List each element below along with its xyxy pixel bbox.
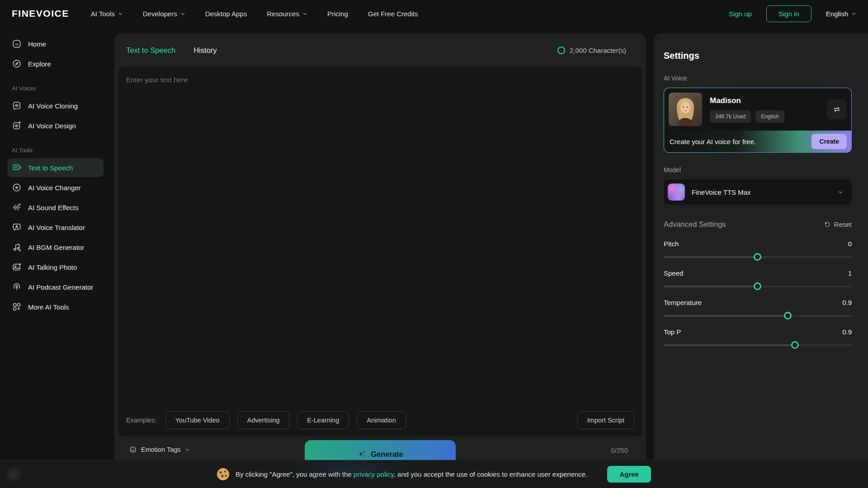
emotion-tags-button[interactable]: Emotion Tags bbox=[129, 446, 190, 454]
voice-design-icon bbox=[12, 121, 22, 131]
voice-card-top[interactable]: Madison 346.7k Used English bbox=[664, 88, 851, 131]
sidebar-item-text-to-speech[interactable]: Text to Speech bbox=[7, 158, 104, 177]
voice-avatar bbox=[669, 93, 702, 126]
sidebar-item-label: AI Sound Effects bbox=[28, 204, 78, 211]
sidebar-item-ai-talking-photo[interactable]: AI Talking Photo bbox=[7, 258, 104, 277]
example-chip-advertising[interactable]: Advertising bbox=[237, 411, 290, 429]
pitch-value: 0 bbox=[848, 240, 852, 248]
sidebar-item-label: Home bbox=[28, 40, 46, 48]
sidebar-item-label: AI BGM Generator bbox=[28, 244, 84, 251]
pitch-slider-track[interactable] bbox=[664, 256, 852, 258]
brand-logo[interactable]: FINEVOICE bbox=[12, 8, 69, 19]
sidebar-section-ai-voices: AI Voices bbox=[12, 85, 99, 92]
sidebar-item-ai-voice-changer[interactable]: AI Voice Changer bbox=[7, 178, 104, 197]
sidebar-item-ai-voice-translator[interactable]: AI Voice Translator bbox=[7, 218, 104, 237]
swap-voice-button[interactable] bbox=[827, 99, 847, 119]
example-chip-animation[interactable]: Animation bbox=[357, 411, 406, 429]
top-p-slider-track[interactable] bbox=[664, 344, 852, 346]
pitch-slider-thumb[interactable] bbox=[754, 253, 761, 261]
sidebar-item-home[interactable]: Home bbox=[7, 34, 104, 53]
editor-placeholder: Enter your text here bbox=[118, 67, 642, 93]
top-p-slider-thumb[interactable] bbox=[791, 341, 799, 349]
main-panel: Text to Speech History 2,000 Character(s… bbox=[114, 33, 646, 488]
tab-history[interactable]: History bbox=[193, 46, 217, 55]
model-name: FineVoice TTS Max bbox=[692, 188, 751, 196]
voice-changer-icon bbox=[12, 183, 22, 192]
sidebar-item-explore[interactable]: Explore bbox=[7, 54, 104, 73]
sidebar-item-label: AI Voice Translator bbox=[28, 224, 85, 231]
sign-in-button[interactable]: Sign in bbox=[766, 5, 811, 22]
temperature-label: Temperature bbox=[664, 299, 702, 306]
nav-item-label: AI Tools bbox=[91, 10, 115, 18]
text-editor[interactable]: Enter your text here Examples: YouTube V… bbox=[118, 67, 642, 436]
import-script-button[interactable]: Import Script bbox=[577, 411, 634, 429]
nav-right: Sign up Sign in English bbox=[729, 5, 856, 22]
swap-icon bbox=[832, 105, 841, 114]
temperature-slider-track[interactable] bbox=[664, 315, 852, 317]
chevron-down-icon bbox=[851, 11, 856, 16]
sidebar-item-label: AI Voice Design bbox=[28, 122, 76, 130]
chevron-down-icon bbox=[302, 11, 307, 16]
generate-glow bbox=[280, 456, 425, 483]
nav-item-developers[interactable]: Developers bbox=[143, 10, 185, 18]
nav-item-label: Get Free Credits bbox=[368, 10, 418, 18]
speed-label: Speed bbox=[664, 269, 683, 277]
sidebar-item-label: Explore bbox=[28, 60, 51, 68]
nav-item-ai-tools[interactable]: AI Tools bbox=[91, 10, 123, 18]
speed-slider-thumb[interactable] bbox=[754, 282, 761, 290]
speed-slider-track[interactable] bbox=[664, 286, 852, 287]
voice-card: Madison 346.7k Used English Create your … bbox=[664, 88, 852, 153]
speed-slider-block: Speed 1 bbox=[664, 269, 852, 287]
nav-item-get-free-credits[interactable]: Get Free Credits bbox=[368, 10, 418, 18]
sidebar-item-label: Text to Speech bbox=[28, 164, 73, 172]
sound-effects-icon bbox=[12, 202, 22, 212]
floating-widget-glow bbox=[4, 465, 24, 484]
top-p-slider-block: Top P 0.9 bbox=[664, 328, 852, 346]
examples-row: Examples: YouTube Video Advertising E-Le… bbox=[126, 411, 634, 429]
model-icon bbox=[668, 183, 685, 201]
speed-value: 1 bbox=[848, 269, 852, 277]
agree-button[interactable]: Agree bbox=[607, 466, 651, 483]
temperature-slider-thumb[interactable] bbox=[784, 312, 792, 319]
sidebar-item-ai-voice-design[interactable]: AI Voice Design bbox=[7, 116, 104, 135]
nav-item-label: Resources bbox=[267, 10, 299, 18]
language-selector[interactable]: English bbox=[826, 10, 856, 18]
podcast-generator-icon bbox=[12, 282, 22, 292]
sidebar-item-ai-bgm-generator[interactable]: AI BGM Generator bbox=[7, 238, 104, 257]
banner-text: Create your AI voice for free. bbox=[670, 138, 756, 145]
nav-item-resources[interactable]: Resources bbox=[267, 10, 307, 18]
nav-item-label: Desktop Apps bbox=[205, 10, 247, 18]
advanced-settings-row: Advanced Settings Reset bbox=[664, 220, 852, 229]
cookie-icon bbox=[217, 468, 229, 480]
sidebar-item-ai-sound-effects[interactable]: AI Sound Effects bbox=[7, 198, 104, 217]
voice-cloning-icon bbox=[12, 101, 22, 111]
nav-item-desktop-apps[interactable]: Desktop Apps bbox=[205, 10, 247, 18]
create-voice-button[interactable]: Create bbox=[811, 134, 847, 149]
sign-up-link[interactable]: Sign up bbox=[729, 10, 752, 18]
voice-translator-icon bbox=[12, 222, 22, 232]
emotion-tags-label: Emotion Tags bbox=[141, 446, 181, 453]
model-select[interactable]: FineVoice TTS Max bbox=[664, 179, 852, 205]
example-chip-e-learning[interactable]: E-Learning bbox=[297, 411, 349, 429]
sidebar-item-ai-podcast-generator[interactable]: AI Podcast Generator bbox=[7, 277, 104, 296]
nav-item-pricing[interactable]: Pricing bbox=[327, 10, 348, 18]
sidebar-item-label: AI Voice Cloning bbox=[28, 102, 78, 110]
home-icon bbox=[12, 39, 22, 49]
reset-button[interactable]: Reset bbox=[824, 221, 852, 228]
tab-text-to-speech[interactable]: Text to Speech bbox=[126, 46, 175, 55]
sidebar-item-more-ai-tools[interactable]: More AI Tools bbox=[7, 297, 104, 316]
voice-info: Madison 346.7k Used English bbox=[710, 96, 784, 123]
model-label: Model bbox=[664, 166, 852, 174]
sidebar-item-ai-voice-cloning[interactable]: AI Voice Cloning bbox=[7, 96, 104, 115]
text-to-speech-icon bbox=[12, 163, 22, 173]
character-ring-icon bbox=[557, 47, 565, 54]
voice-badges: 346.7k Used English bbox=[710, 110, 784, 123]
tabs: Text to Speech History bbox=[126, 46, 217, 55]
tag-counter: 0/250 bbox=[611, 446, 628, 454]
voice-language-badge: English bbox=[755, 110, 784, 123]
voice-used-badge: 346.7k Used bbox=[710, 110, 751, 123]
voice-name: Madison bbox=[710, 96, 784, 105]
sidebar-item-label: More AI Tools bbox=[28, 303, 69, 311]
temperature-slider-block: Temperature 0.9 bbox=[664, 299, 852, 317]
example-chip-youtube-video[interactable]: YouTube Video bbox=[165, 411, 230, 429]
